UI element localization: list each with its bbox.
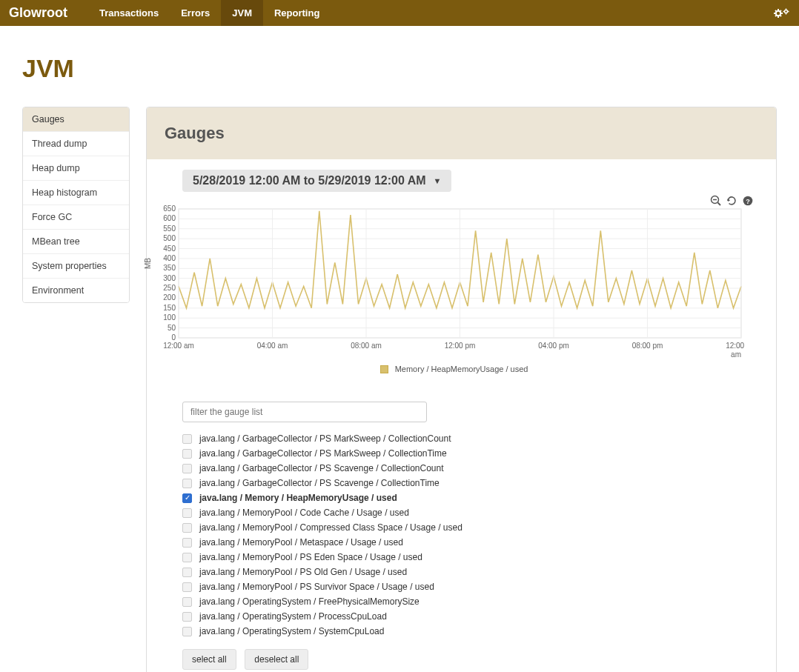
svg-text:200: 200 bbox=[163, 293, 176, 302]
chart[interactable]: 0501001502002503003504004505005506006501… bbox=[153, 204, 746, 360]
svg-text:08:00 am: 08:00 am bbox=[351, 342, 382, 350]
gauge-item[interactable]: java.lang / GarbageCollector / PS MarkSw… bbox=[182, 446, 755, 461]
gauge-checkbox[interactable] bbox=[182, 582, 192, 592]
sidenav-item-environment[interactable]: Environment bbox=[23, 279, 129, 302]
gauge-checkbox[interactable] bbox=[182, 612, 192, 622]
svg-point-0 bbox=[776, 10, 780, 15]
nav-link-reporting[interactable]: Reporting bbox=[263, 0, 331, 26]
svg-text:600: 600 bbox=[163, 214, 176, 222]
svg-line-8 bbox=[780, 10, 781, 11]
gauge-label: java.lang / MemoryPool / Code Cache / Us… bbox=[199, 508, 409, 518]
nav-right bbox=[774, 7, 790, 19]
date-range-picker[interactable]: 5/28/2019 12:00 AM to 5/29/2019 12:00 AM… bbox=[182, 170, 451, 192]
gauge-label: java.lang / GarbageCollector / PS Scaven… bbox=[199, 478, 440, 488]
gauge-checkbox[interactable] bbox=[182, 449, 192, 459]
svg-text:50: 50 bbox=[168, 324, 176, 332]
gauge-item[interactable]: java.lang / MemoryPool / Compressed Clas… bbox=[182, 520, 755, 535]
gauge-label: java.lang / MemoryPool / Metaspace / Usa… bbox=[199, 537, 403, 548]
gauge-item[interactable]: java.lang / GarbageCollector / PS Scaven… bbox=[182, 461, 755, 476]
svg-text:500: 500 bbox=[163, 234, 176, 242]
svg-text:550: 550 bbox=[163, 224, 176, 233]
gauge-item[interactable]: java.lang / Memory / HeapMemoryUsage / u… bbox=[182, 490, 755, 505]
gauge-checkbox[interactable] bbox=[182, 568, 192, 577]
gears-icon[interactable] bbox=[774, 7, 790, 19]
svg-text:12:00 am: 12:00 am bbox=[163, 342, 194, 350]
svg-line-6 bbox=[780, 15, 781, 16]
gauge-label: java.lang / GarbageCollector / PS MarkSw… bbox=[199, 448, 447, 459]
gauge-label: java.lang / OperatingSystem / SystemCpuL… bbox=[199, 626, 384, 636]
svg-text:150: 150 bbox=[163, 304, 176, 312]
svg-text:100: 100 bbox=[163, 313, 176, 322]
sidenav-item-mbean-tree[interactable]: MBean tree bbox=[23, 230, 129, 254]
gauge-checkbox[interactable] bbox=[182, 508, 192, 518]
gauge-item[interactable]: java.lang / OperatingSystem / ProcessCpu… bbox=[182, 609, 755, 624]
panel-title: Gauges bbox=[147, 107, 776, 159]
gauge-item[interactable]: java.lang / GarbageCollector / PS MarkSw… bbox=[182, 431, 755, 446]
sidenav: GaugesThread dumpHeap dumpHeap histogram… bbox=[22, 107, 130, 303]
gauge-checkbox[interactable] bbox=[182, 627, 192, 636]
svg-text:12:00 am: 12:00 am bbox=[726, 342, 746, 350]
bulk-buttons: select all deselect all bbox=[182, 649, 755, 670]
gauge-item[interactable]: java.lang / GarbageCollector / PS Scaven… bbox=[182, 476, 755, 490]
svg-text:450: 450 bbox=[163, 244, 176, 253]
navbar: Glowroot TransactionsErrorsJVMReporting bbox=[0, 0, 799, 26]
svg-text:650: 650 bbox=[163, 204, 176, 213]
svg-text:350: 350 bbox=[163, 264, 176, 272]
sidenav-item-heap-histogram[interactable]: Heap histogram bbox=[23, 181, 129, 205]
gauge-item[interactable]: java.lang / MemoryPool / Metaspace / Usa… bbox=[182, 535, 755, 550]
nav-link-errors[interactable]: Errors bbox=[170, 0, 221, 26]
nav-link-transactions[interactable]: Transactions bbox=[88, 0, 170, 26]
gauge-item[interactable]: java.lang / MemoryPool / PS Survivor Spa… bbox=[182, 579, 755, 594]
sidenav-item-system-properties[interactable]: System properties bbox=[23, 254, 129, 279]
brand[interactable]: Glowroot bbox=[9, 5, 67, 21]
gauge-checkbox[interactable] bbox=[182, 434, 192, 444]
svg-text:04:00 am: 04:00 am bbox=[257, 342, 288, 350]
svg-text:0: 0 bbox=[171, 333, 176, 342]
gauge-label: java.lang / OperatingSystem / ProcessCpu… bbox=[199, 611, 387, 622]
svg-text:300: 300 bbox=[163, 274, 176, 282]
legend-swatch bbox=[380, 365, 388, 373]
nav-links: TransactionsErrorsJVMReporting bbox=[88, 0, 331, 26]
y-axis-label: MB bbox=[144, 258, 152, 269]
sidenav-item-thread-dump[interactable]: Thread dump bbox=[23, 132, 129, 156]
gauge-checkbox[interactable] bbox=[182, 597, 192, 607]
gauge-list: java.lang / GarbageCollector / PS MarkSw… bbox=[182, 431, 755, 639]
gauge-label: java.lang / OperatingSystem / FreePhysic… bbox=[199, 596, 420, 607]
gauge-item[interactable]: java.lang / MemoryPool / PS Old Gen / Us… bbox=[182, 565, 755, 579]
svg-text:?: ? bbox=[746, 198, 750, 205]
svg-text:12:00 pm: 12:00 pm bbox=[445, 342, 476, 350]
sidenav-item-gauges[interactable]: Gauges bbox=[23, 107, 129, 132]
gauge-checkbox[interactable] bbox=[182, 553, 192, 562]
sidenav-item-heap-dump[interactable]: Heap dump bbox=[23, 156, 129, 181]
nav-link-jvm[interactable]: JVM bbox=[221, 0, 263, 26]
gauge-item[interactable]: java.lang / OperatingSystem / SystemCpuL… bbox=[182, 624, 755, 639]
sidenav-item-force-gc[interactable]: Force GC bbox=[23, 205, 129, 230]
date-range-label: 5/28/2019 12:00 AM to 5/29/2019 12:00 AM bbox=[193, 174, 426, 187]
svg-line-5 bbox=[775, 10, 776, 11]
gauge-label: java.lang / MemoryPool / PS Old Gen / Us… bbox=[199, 567, 407, 577]
gauge-label: java.lang / GarbageCollector / PS MarkSw… bbox=[199, 433, 451, 444]
chart-wrap: MB 0501001502002503003504004505005506006… bbox=[153, 204, 755, 373]
gauge-item[interactable]: java.lang / OperatingSystem / FreePhysic… bbox=[182, 594, 755, 609]
svg-text:08:00 pm: 08:00 pm bbox=[632, 342, 663, 350]
panel: Gauges 5/28/2019 12:00 AM to 5/29/2019 1… bbox=[146, 107, 777, 672]
gauge-checkbox[interactable] bbox=[182, 493, 192, 503]
gauge-filter-input[interactable] bbox=[182, 402, 427, 422]
gauge-label: java.lang / Memory / HeapMemoryUsage / u… bbox=[199, 493, 397, 503]
page: JVM GaugesThread dumpHeap dumpHeap histo… bbox=[0, 26, 799, 672]
deselect-all-button[interactable]: deselect all bbox=[245, 649, 308, 670]
gauge-label: java.lang / MemoryPool / PS Eden Space /… bbox=[199, 552, 422, 562]
caret-down-icon: ▼ bbox=[434, 176, 442, 185]
gauge-label: java.lang / MemoryPool / PS Survivor Spa… bbox=[199, 582, 434, 592]
svg-text:250: 250 bbox=[163, 284, 176, 292]
gauge-checkbox[interactable] bbox=[182, 538, 192, 548]
gauge-checkbox[interactable] bbox=[182, 523, 192, 533]
gauge-item[interactable]: java.lang / MemoryPool / Code Cache / Us… bbox=[182, 505, 755, 520]
gauge-checkbox[interactable] bbox=[182, 464, 192, 473]
svg-line-7 bbox=[775, 15, 776, 16]
gauge-item[interactable]: java.lang / MemoryPool / PS Eden Space /… bbox=[182, 550, 755, 565]
gauge-checkbox[interactable] bbox=[182, 479, 192, 488]
select-all-button[interactable]: select all bbox=[182, 649, 236, 670]
gauge-label: java.lang / MemoryPool / Compressed Clas… bbox=[199, 522, 463, 533]
chart-legend: Memory / HeapMemoryUsage / used bbox=[153, 365, 755, 373]
